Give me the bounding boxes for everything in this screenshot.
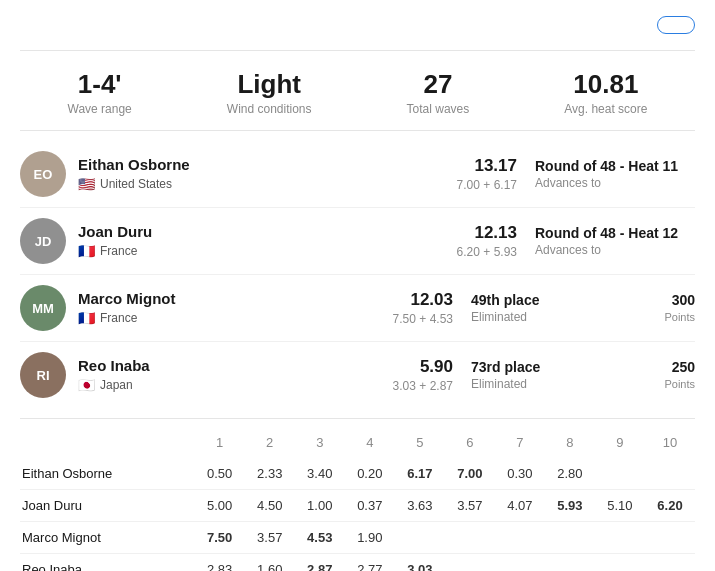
surfer-result: Round of 48 - Heat 11 Advances to: [535, 158, 695, 190]
wave-score: [645, 554, 695, 572]
wave-score: [445, 522, 495, 554]
result-points: 250Points: [645, 359, 695, 391]
total-score: 5.90: [393, 357, 453, 377]
surfer-scores: 12.03 7.50 + 4.53: [393, 290, 453, 326]
wave-score: [645, 458, 695, 490]
flag-icon: 🇯🇵: [78, 377, 95, 393]
stat-label: Avg. heat score: [564, 102, 647, 116]
country-name: France: [100, 311, 137, 325]
wave-score: 3.57: [445, 490, 495, 522]
wave-score: 5.00: [195, 490, 245, 522]
wave-surfer-name: Marco Mignot: [20, 522, 195, 554]
wave-col-header: 4: [345, 431, 395, 458]
wave-score: [645, 522, 695, 554]
stat-value: Light: [227, 69, 312, 100]
stat-item: 10.81 Avg. heat score: [564, 69, 647, 116]
result-sub: Advances to: [535, 243, 695, 257]
result-sub: Advances to: [535, 176, 695, 190]
wave-score: 2.77: [345, 554, 395, 572]
header: [20, 16, 695, 51]
wave-score: 2.80: [545, 458, 595, 490]
wave-col-header: 9: [595, 431, 645, 458]
surfer-name: Eithan Osborne: [78, 156, 457, 173]
wave-col-header: 7: [495, 431, 545, 458]
surfer-country: 🇫🇷 France: [78, 310, 393, 326]
stat-item: Light Wind conditions: [227, 69, 312, 116]
wave-col-header: 3: [295, 431, 345, 458]
wave-score: 7.00: [445, 458, 495, 490]
wave-score: [545, 554, 595, 572]
wave-score: 3.03: [395, 554, 445, 572]
surfer-name: Joan Duru: [78, 223, 457, 240]
watch-replay-button[interactable]: [657, 16, 695, 34]
result-title: 49th place: [471, 292, 631, 308]
wave-score: [595, 458, 645, 490]
total-score: 12.13: [457, 223, 517, 243]
stat-label: Wave range: [68, 102, 132, 116]
wave-score: 4.53: [295, 522, 345, 554]
wave-score: 1.90: [345, 522, 395, 554]
stat-value: 1-4': [68, 69, 132, 100]
surfer-country: 🇯🇵 Japan: [78, 377, 393, 393]
surfer-row: RI Reo Inaba 🇯🇵 Japan 5.90 3.03 + 2.87 7…: [20, 342, 695, 408]
flag-icon: 🇫🇷: [78, 310, 95, 326]
wave-score: 3.40: [295, 458, 345, 490]
wave-row: Marco Mignot7.503.574.531.90: [20, 522, 695, 554]
total-score: 13.17: [457, 156, 517, 176]
wave-score: 6.17: [395, 458, 445, 490]
country-name: United States: [100, 177, 172, 191]
result-sub: Eliminated: [471, 377, 631, 391]
country-name: France: [100, 244, 137, 258]
result-title: Round of 48 - Heat 12: [535, 225, 695, 241]
avatar: JD: [20, 218, 66, 264]
wave-score: 0.50: [195, 458, 245, 490]
total-score: 12.03: [393, 290, 453, 310]
wave-col-header: 2: [245, 431, 295, 458]
stat-label: Total waves: [407, 102, 470, 116]
wave-score: 4.50: [245, 490, 295, 522]
country-name: Japan: [100, 378, 133, 392]
sub-score: 6.20 + 5.93: [457, 245, 517, 259]
wave-score: 1.60: [245, 554, 295, 572]
surfer-scores: 13.17 7.00 + 6.17: [457, 156, 517, 192]
wave-surfer-name: Eithan Osborne: [20, 458, 195, 490]
wave-score: [595, 522, 645, 554]
wave-score: 1.00: [295, 490, 345, 522]
wave-col-header: 1: [195, 431, 245, 458]
wave-score: 3.63: [395, 490, 445, 522]
result-col: Round of 48 - Heat 12 Advances to: [535, 225, 695, 257]
wave-score: [495, 522, 545, 554]
wave-score: [595, 554, 645, 572]
result-title: Round of 48 - Heat 11: [535, 158, 695, 174]
wave-score: 5.10: [595, 490, 645, 522]
wave-score: 2.83: [195, 554, 245, 572]
result-col: Round of 48 - Heat 11 Advances to: [535, 158, 695, 190]
wave-score: 0.30: [495, 458, 545, 490]
wave-row: Joan Duru5.004.501.000.373.633.574.075.9…: [20, 490, 695, 522]
surfer-row: MM Marco Mignot 🇫🇷 France 12.03 7.50 + 4…: [20, 275, 695, 342]
result-sub: Eliminated: [471, 310, 631, 324]
stat-item: 1-4' Wave range: [68, 69, 132, 116]
wave-score: 5.93: [545, 490, 595, 522]
wave-surfer-name: Reo Inaba: [20, 554, 195, 572]
avatar: MM: [20, 285, 66, 331]
wave-score: 0.20: [345, 458, 395, 490]
wave-col-header: 5: [395, 431, 445, 458]
surfer-result: 73rd place Eliminated: [471, 359, 631, 391]
wave-score: 3.57: [245, 522, 295, 554]
surfer-result: Round of 48 - Heat 12 Advances to: [535, 225, 695, 257]
avatar: RI: [20, 352, 66, 398]
stat-label: Wind conditions: [227, 102, 312, 116]
surfer-name: Marco Mignot: [78, 290, 393, 307]
surfer-info: Joan Duru 🇫🇷 France: [78, 223, 457, 259]
stats-row: 1-4' Wave range Light Wind conditions 27…: [20, 51, 695, 131]
stat-item: 27 Total waves: [407, 69, 470, 116]
sub-score: 3.03 + 2.87: [393, 379, 453, 393]
stat-value: 10.81: [564, 69, 647, 100]
surfer-col-header: [20, 431, 195, 458]
wave-score: [395, 522, 445, 554]
surfer-country: 🇫🇷 France: [78, 243, 457, 259]
result-points: 300Points: [645, 292, 695, 324]
wave-score: 6.20: [645, 490, 695, 522]
wave-col-header: 10: [645, 431, 695, 458]
